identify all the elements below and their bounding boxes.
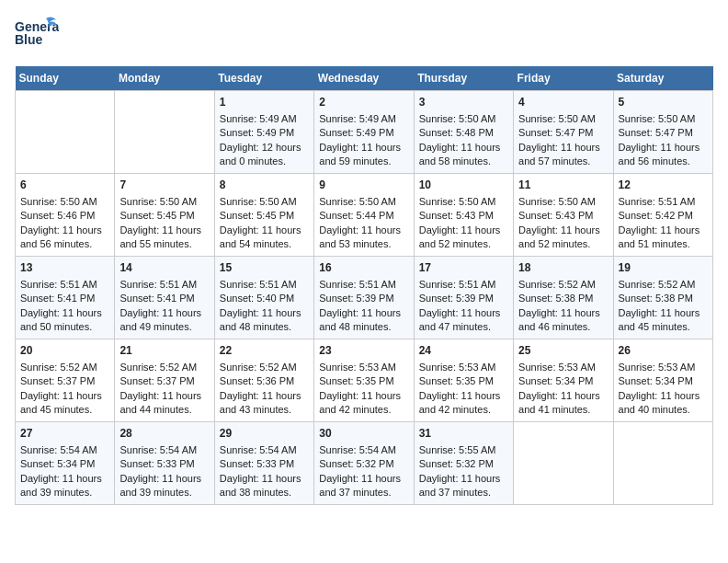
calendar-cell: 6Sunrise: 5:50 AMSunset: 5:46 PMDaylight… xyxy=(16,174,115,257)
day-info: Sunrise: 5:51 AM xyxy=(319,278,408,292)
day-info: Daylight: 11 hours xyxy=(119,389,209,403)
day-info: Daylight: 11 hours xyxy=(419,389,508,403)
calendar-week-3: 13Sunrise: 5:51 AMSunset: 5:41 PMDayligh… xyxy=(16,257,713,339)
calendar-cell: 9Sunrise: 5:50 AMSunset: 5:44 PMDaylight… xyxy=(314,174,414,257)
day-number: 14 xyxy=(119,260,209,276)
day-info: Sunrise: 5:50 AM xyxy=(518,195,608,209)
day-number: 5 xyxy=(619,95,708,110)
day-number: 24 xyxy=(419,343,508,359)
day-info: Daylight: 11 hours xyxy=(419,224,508,237)
day-info: Sunrise: 5:52 AM xyxy=(619,278,708,292)
day-info: Daylight: 11 hours xyxy=(319,389,408,403)
day-info: Daylight: 11 hours xyxy=(220,389,309,403)
day-info: and 37 minutes. xyxy=(419,486,508,500)
day-number: 17 xyxy=(419,260,508,276)
day-info: Sunset: 5:42 PM xyxy=(619,209,708,223)
day-info: and 49 minutes. xyxy=(119,320,209,334)
day-info: Sunrise: 5:54 AM xyxy=(220,443,309,457)
day-info: Daylight: 12 hours xyxy=(220,141,309,155)
day-info: and 43 minutes. xyxy=(220,403,309,417)
day-number: 26 xyxy=(619,343,708,359)
calendar-week-2: 6Sunrise: 5:50 AMSunset: 5:46 PMDaylight… xyxy=(16,174,713,257)
day-info: and 52 minutes. xyxy=(518,237,608,251)
day-info: Daylight: 11 hours xyxy=(220,224,309,237)
day-info: Sunrise: 5:50 AM xyxy=(220,195,309,209)
day-info: Sunset: 5:32 PM xyxy=(419,457,508,471)
day-info: and 48 minutes. xyxy=(319,320,408,334)
day-info: and 45 minutes. xyxy=(20,403,109,417)
day-info: Daylight: 11 hours xyxy=(220,472,309,486)
day-header-wednesday: Wednesday xyxy=(314,66,414,91)
day-info: Sunset: 5:47 PM xyxy=(619,126,708,140)
day-number: 6 xyxy=(20,178,109,193)
day-info: Sunset: 5:33 PM xyxy=(119,457,209,471)
day-info: and 57 minutes. xyxy=(518,155,608,168)
day-number: 18 xyxy=(518,260,608,276)
day-info: Daylight: 11 hours xyxy=(619,224,708,237)
day-info: Sunset: 5:37 PM xyxy=(119,374,209,388)
day-number: 16 xyxy=(319,260,408,276)
day-info: Sunset: 5:38 PM xyxy=(518,292,608,305)
day-number: 22 xyxy=(220,343,309,359)
calendar-cell: 26Sunrise: 5:53 AMSunset: 5:34 PMDayligh… xyxy=(613,339,712,422)
day-info: and 56 minutes. xyxy=(619,155,708,168)
day-number: 20 xyxy=(20,343,109,359)
page-header: General Blue xyxy=(15,15,713,55)
calendar-cell: 16Sunrise: 5:51 AMSunset: 5:39 PMDayligh… xyxy=(314,257,414,339)
day-info: and 48 minutes. xyxy=(220,320,309,334)
day-info: Sunset: 5:45 PM xyxy=(119,209,209,223)
day-info: Daylight: 11 hours xyxy=(419,472,508,486)
day-number: 10 xyxy=(419,178,508,193)
day-header-tuesday: Tuesday xyxy=(214,66,313,91)
calendar-cell: 27Sunrise: 5:54 AMSunset: 5:34 PMDayligh… xyxy=(16,422,115,505)
calendar-cell: 3Sunrise: 5:50 AMSunset: 5:48 PMDaylight… xyxy=(414,91,513,174)
calendar-cell: 7Sunrise: 5:50 AMSunset: 5:45 PMDaylight… xyxy=(115,174,214,257)
calendar-cell: 29Sunrise: 5:54 AMSunset: 5:33 PMDayligh… xyxy=(214,422,313,505)
day-info: Sunset: 5:43 PM xyxy=(419,209,508,223)
day-info: Sunset: 5:44 PM xyxy=(319,209,408,223)
day-info: Sunrise: 5:52 AM xyxy=(220,361,309,374)
day-info: Sunset: 5:34 PM xyxy=(20,457,109,471)
day-info: and 51 minutes. xyxy=(619,237,708,251)
day-info: and 38 minutes. xyxy=(220,486,309,500)
day-info: Sunset: 5:41 PM xyxy=(20,292,109,305)
day-number: 30 xyxy=(319,426,408,442)
day-header-monday: Monday xyxy=(115,66,214,91)
day-number: 13 xyxy=(20,260,109,276)
day-info: Daylight: 11 hours xyxy=(319,141,408,155)
calendar-cell: 10Sunrise: 5:50 AMSunset: 5:43 PMDayligh… xyxy=(414,174,513,257)
day-info: and 52 minutes. xyxy=(419,237,508,251)
calendar-week-5: 27Sunrise: 5:54 AMSunset: 5:34 PMDayligh… xyxy=(16,422,713,505)
calendar-cell xyxy=(514,422,613,505)
svg-text:Blue: Blue xyxy=(15,32,43,47)
calendar-cell: 8Sunrise: 5:50 AMSunset: 5:45 PMDaylight… xyxy=(214,174,313,257)
day-info: and 39 minutes. xyxy=(20,486,109,500)
day-header-thursday: Thursday xyxy=(414,66,513,91)
day-info: Sunset: 5:49 PM xyxy=(319,126,408,140)
day-info: and 42 minutes. xyxy=(319,403,408,417)
day-number: 21 xyxy=(119,343,209,359)
day-number: 4 xyxy=(518,95,608,110)
calendar-cell: 19Sunrise: 5:52 AMSunset: 5:38 PMDayligh… xyxy=(613,257,712,339)
day-info: Sunrise: 5:51 AM xyxy=(119,278,209,292)
day-info: and 53 minutes. xyxy=(319,237,408,251)
day-info: Sunrise: 5:50 AM xyxy=(419,112,508,126)
calendar-cell: 15Sunrise: 5:51 AMSunset: 5:40 PMDayligh… xyxy=(214,257,313,339)
day-info: and 45 minutes. xyxy=(619,320,708,334)
day-info: and 46 minutes. xyxy=(518,320,608,334)
day-info: and 41 minutes. xyxy=(518,403,608,417)
day-info: Sunset: 5:33 PM xyxy=(220,457,309,471)
day-info: Sunset: 5:39 PM xyxy=(419,292,508,305)
calendar-cell xyxy=(16,91,115,174)
day-info: and 40 minutes. xyxy=(619,403,708,417)
day-info: Daylight: 11 hours xyxy=(518,141,608,155)
day-info: Sunrise: 5:50 AM xyxy=(119,195,209,209)
day-number: 9 xyxy=(319,178,408,193)
day-info: Sunset: 5:46 PM xyxy=(20,209,109,223)
logo: General Blue xyxy=(15,15,59,55)
calendar-cell: 11Sunrise: 5:50 AMSunset: 5:43 PMDayligh… xyxy=(514,174,613,257)
day-info: Sunset: 5:34 PM xyxy=(518,374,608,388)
calendar-cell: 25Sunrise: 5:53 AMSunset: 5:34 PMDayligh… xyxy=(514,339,613,422)
day-number: 31 xyxy=(419,426,508,442)
day-info: and 55 minutes. xyxy=(119,237,209,251)
